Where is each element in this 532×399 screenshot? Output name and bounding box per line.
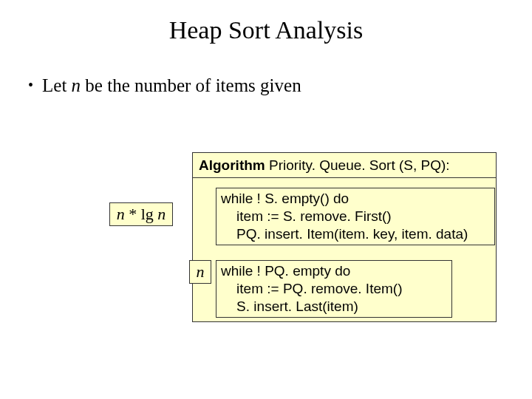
algorithm-keyword: Algorithm — [199, 157, 265, 173]
nlgn-mid: * lg — [125, 205, 158, 223]
slide-title: Heap Sort Analysis — [0, 16, 532, 44]
bullet-dot: • — [28, 78, 33, 92]
code1-line2: item := S. remove. First() — [221, 208, 392, 224]
label-n-text: n — [197, 262, 205, 281]
nlgn-n1: n — [117, 205, 125, 223]
complexity-label-nlgn: n * lg n — [109, 202, 173, 226]
bullet-prefix: Let — [42, 75, 72, 95]
code2-line3: S. insert. Last(item) — [221, 299, 358, 314]
code1-line3: PQ. insert. Item(item. key, item. data) — [221, 226, 468, 242]
code-block-phase1: while ! S. empty() do item := S. remove.… — [216, 188, 495, 245]
code2-line2: item := PQ. remove. Item() — [221, 281, 402, 296]
bullet-var-n: n — [72, 75, 81, 95]
nlgn-n2: n — [157, 205, 166, 223]
algorithm-header: Algorithm Priority. Queue. Sort (S, PQ): — [193, 153, 496, 178]
bullet-text: Let n be the number of items given — [42, 75, 301, 96]
code2-line1: while ! PQ. empty do — [221, 263, 350, 279]
bullet-suffix: be the number of items given — [81, 75, 301, 95]
complexity-label-n: n — [189, 260, 211, 284]
algorithm-signature: Priority. Queue. Sort (S, PQ): — [265, 157, 450, 173]
bullet-item: • Let n be the number of items given — [28, 75, 532, 96]
code1-line1: while ! S. empty() do — [221, 191, 349, 206]
code-block-phase2: while ! PQ. empty do item := PQ. remove.… — [216, 260, 452, 318]
